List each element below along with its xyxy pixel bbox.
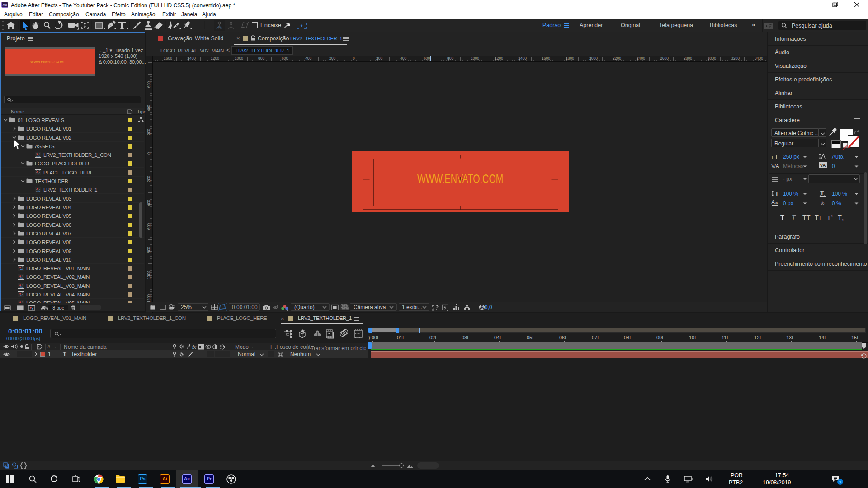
svg-text:T: T xyxy=(774,153,778,160)
svg-text:/A: /A xyxy=(774,163,779,169)
svg-text:т: т xyxy=(771,155,774,160)
svg-text:A: A xyxy=(771,199,775,206)
svg-text:T: T xyxy=(775,190,779,197)
svg-text:fx: fx xyxy=(192,344,197,350)
svg-text:a: a xyxy=(775,200,778,205)
